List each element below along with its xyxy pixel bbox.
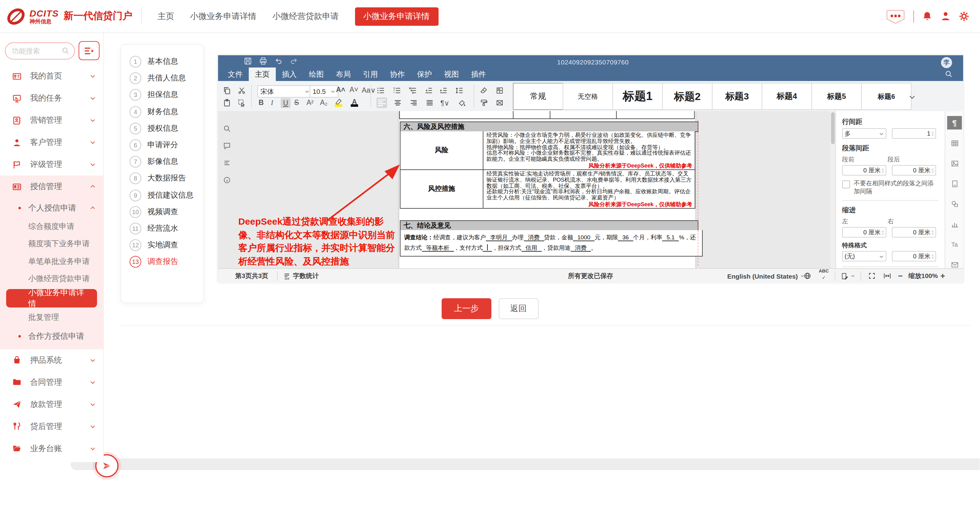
style-标题4[interactable]: 标题4 bbox=[762, 83, 812, 110]
chart-panel-icon[interactable] bbox=[947, 217, 962, 231]
undo-icon[interactable] bbox=[275, 57, 283, 65]
editor-menu-视图[interactable]: 视图 bbox=[438, 68, 465, 81]
editor-menu-保护[interactable]: 保护 bbox=[411, 68, 438, 81]
conclusion-blank[interactable] bbox=[483, 244, 492, 251]
paragraph-mark-button[interactable]: ¶∨ bbox=[441, 99, 449, 108]
table-panel-icon[interactable] bbox=[947, 136, 962, 150]
shrink-font-button[interactable]: A˅ bbox=[350, 86, 358, 93]
sidebar-subitem-合作方授信申请[interactable]: 合作方授信申请 bbox=[0, 326, 103, 346]
editor-menu-绘图[interactable]: 绘图 bbox=[303, 68, 330, 81]
line-spacing-icon[interactable] bbox=[455, 87, 463, 95]
step-2[interactable]: 2共借人信息 bbox=[121, 70, 203, 87]
comment-icon[interactable] bbox=[223, 142, 231, 150]
save-icon[interactable] bbox=[244, 57, 252, 65]
step-10[interactable]: 10视频调查 bbox=[121, 203, 203, 220]
conclusion-blank[interactable]: 消费 bbox=[571, 244, 591, 251]
zoom-out-button[interactable]: − bbox=[898, 269, 903, 283]
bold-button[interactable]: B bbox=[259, 99, 264, 106]
bullet-list-icon[interactable] bbox=[377, 87, 385, 95]
style-无空格[interactable]: 无空格 bbox=[563, 83, 613, 110]
paragraph-panel-icon[interactable]: ¶ bbox=[947, 116, 962, 130]
select-cursor-icon[interactable] bbox=[238, 99, 246, 107]
multilevel-list-icon[interactable] bbox=[409, 87, 417, 95]
align-right-icon[interactable] bbox=[410, 99, 418, 107]
strikethrough-button[interactable]: S bbox=[294, 99, 299, 106]
info-icon[interactable] bbox=[223, 176, 231, 184]
conclusion-blank[interactable]: 消费 bbox=[523, 234, 544, 241]
space-after-stepper[interactable]: 0 厘米˄˅ bbox=[892, 165, 936, 176]
page-indicator[interactable]: 第3页共3页 bbox=[235, 269, 268, 283]
editor-menu-文件[interactable]: 文件 bbox=[222, 68, 249, 81]
step-5[interactable]: 5授权信息 bbox=[121, 120, 203, 137]
bell-icon[interactable] bbox=[922, 11, 932, 22]
numbered-list-icon[interactable] bbox=[393, 87, 401, 95]
font-color-button[interactable]: A bbox=[350, 97, 360, 107]
back-button[interactable]: 返回 bbox=[498, 298, 538, 319]
superscript-button[interactable]: A² bbox=[307, 99, 313, 106]
scrollbar-thumb[interactable] bbox=[831, 112, 835, 144]
special-amount-stepper[interactable]: 0 厘米˄˅ bbox=[892, 251, 936, 262]
font-name-select[interactable]: 宋体 bbox=[257, 85, 313, 98]
editor-menu-协作[interactable]: 协作 bbox=[384, 68, 411, 81]
justify-icon[interactable] bbox=[426, 99, 434, 107]
editor-menu-主页[interactable]: 主页 bbox=[249, 68, 276, 81]
conclusion-blank[interactable]: 36 bbox=[618, 234, 633, 241]
step-12[interactable]: 12实地调查 bbox=[121, 237, 203, 254]
conclusion-blank[interactable]: 信用 bbox=[521, 244, 541, 251]
print-icon[interactable] bbox=[259, 57, 267, 65]
sidebar-subitem-个人授信申请[interactable]: 个人授信申请 bbox=[0, 198, 103, 218]
editor-avatar[interactable]: 李 bbox=[941, 57, 952, 68]
fit-width-icon[interactable] bbox=[883, 269, 891, 283]
search-input[interactable] bbox=[10, 46, 58, 55]
sidebar-item-押品系统[interactable]: 押品系统 bbox=[0, 349, 103, 371]
sidebar-item-营销管理[interactable]: 营销管理 bbox=[0, 109, 103, 131]
find-icon[interactable] bbox=[223, 125, 231, 133]
line-spacing-stepper[interactable]: 1˄˅ bbox=[892, 128, 936, 139]
function-search-box[interactable] bbox=[5, 42, 75, 59]
sidebar-item-我的任务[interactable]: 我的任务 bbox=[0, 87, 103, 109]
editor-menu-插件[interactable]: 插件 bbox=[465, 68, 492, 81]
sidebar-item-我的首页[interactable]: 我的首页 bbox=[0, 65, 103, 87]
align-left-icon[interactable] bbox=[377, 98, 387, 108]
font-size-select[interactable]: 10.5 bbox=[310, 85, 339, 98]
canvas-scrollbar[interactable] bbox=[830, 111, 835, 268]
redo-icon[interactable] bbox=[290, 57, 298, 65]
fullscreen-icon[interactable] bbox=[868, 269, 876, 283]
align-center-icon[interactable] bbox=[394, 99, 402, 107]
change-case-button[interactable]: Aa∨ bbox=[362, 86, 375, 95]
editor-menu-插入[interactable]: 插入 bbox=[276, 68, 303, 81]
step-1[interactable]: 1基本信息 bbox=[121, 53, 203, 70]
style-gallery-expand-icon[interactable] bbox=[908, 93, 916, 101]
style-标题5[interactable]: 标题5 bbox=[811, 83, 862, 110]
sidebar-leaf-额度项下业务申请[interactable]: 额度项下业务申请 bbox=[0, 235, 103, 253]
menu-collapse-button[interactable] bbox=[79, 41, 100, 60]
decrease-indent-icon[interactable] bbox=[425, 87, 433, 95]
sidebar-item-贷后管理[interactable]: 贷后管理 bbox=[0, 415, 103, 437]
sidebar-item-授信管理[interactable]: 授信管理 bbox=[0, 176, 103, 198]
sidebar-leaf-单笔单批业务申请[interactable]: 单笔单批业务申请 bbox=[0, 253, 103, 270]
gear-icon[interactable] bbox=[958, 11, 969, 22]
checkbox[interactable] bbox=[842, 181, 850, 189]
step-3[interactable]: 3担保信息 bbox=[121, 87, 203, 103]
copy-icon[interactable] bbox=[223, 87, 231, 95]
line-spacing-select[interactable]: 多 bbox=[842, 128, 886, 139]
step-11[interactable]: 11经营流水 bbox=[121, 220, 203, 237]
more-badge-icon[interactable] bbox=[885, 9, 905, 24]
step-8[interactable]: 8大数据报告 bbox=[121, 170, 203, 187]
editor-search-icon[interactable] bbox=[945, 70, 953, 78]
globe-icon[interactable] bbox=[803, 269, 811, 283]
grow-font-button[interactable]: A˄ bbox=[336, 86, 345, 93]
space-before-stepper[interactable]: 0 厘米˄˅ bbox=[842, 165, 886, 176]
image-panel-icon[interactable] bbox=[947, 157, 962, 170]
indent-left-stepper[interactable]: 0 厘米˄˅ bbox=[842, 227, 886, 238]
style-标题1[interactable]: 标题1 bbox=[612, 83, 663, 110]
format-painter-icon[interactable] bbox=[480, 99, 488, 107]
editor-menu-布局[interactable]: 布局 bbox=[330, 68, 357, 81]
step-4[interactable]: 4财务信息 bbox=[121, 103, 203, 120]
sidebar-item-客户管理[interactable]: 客户管理 bbox=[0, 131, 103, 154]
zoom-in-button[interactable]: + bbox=[940, 269, 945, 283]
shading-grid-icon[interactable] bbox=[496, 87, 504, 95]
special-format-select[interactable]: (无) bbox=[842, 251, 886, 262]
step-7[interactable]: 7影像信息 bbox=[121, 154, 203, 170]
paste-icon[interactable] bbox=[223, 99, 231, 107]
